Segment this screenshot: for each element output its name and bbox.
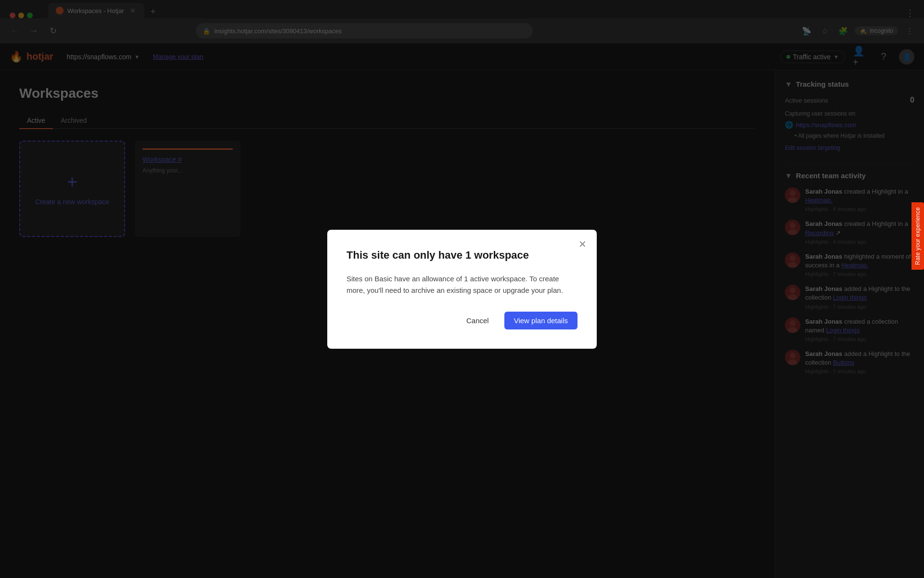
- modal-body: Sites on Basic have an allowance of 1 ac…: [346, 273, 578, 296]
- modal-overlay[interactable]: ✕ This site can only have 1 workspace Si…: [0, 0, 924, 578]
- modal-title: This site can only have 1 workspace: [346, 249, 578, 262]
- modal-close-button[interactable]: ✕: [576, 237, 589, 251]
- view-plan-details-button[interactable]: View plan details: [504, 312, 578, 329]
- modal-actions: Cancel View plan details: [346, 312, 578, 329]
- workspace-limit-modal: ✕ This site can only have 1 workspace Si…: [327, 230, 597, 349]
- cancel-button[interactable]: Cancel: [459, 313, 497, 328]
- rate-experience-button[interactable]: Rate your experience: [911, 202, 924, 270]
